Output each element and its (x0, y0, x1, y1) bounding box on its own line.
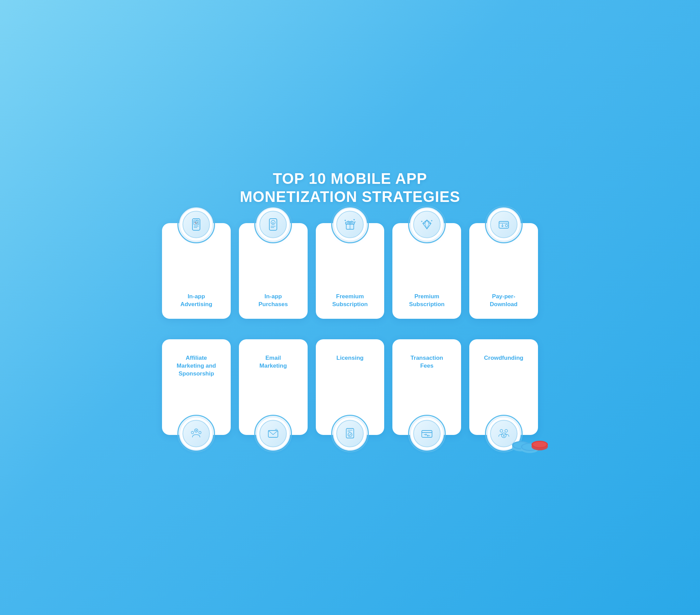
svg-point-61 (533, 442, 547, 447)
card-email-marketing: EmailMarketing (239, 339, 308, 435)
svg-point-42 (348, 432, 352, 437)
icon-circle-4 (410, 208, 444, 241)
title-section: TOP 10 MOBILE APP MONETIZATION STRATEGIE… (162, 170, 538, 206)
svg-text:$: $ (503, 434, 504, 437)
svg-point-59 (532, 443, 548, 450)
card-affiliate-marketing: AffiliateMarketing andSponsorship (162, 339, 231, 435)
card-label-9: TransactionFees (411, 354, 443, 370)
affiliate-icon (189, 426, 203, 441)
svg-point-32 (199, 431, 201, 434)
crowdfunding-icon: $ (497, 426, 511, 441)
card-crowdfunding: Crowdfunding $ (469, 339, 538, 435)
bottom-cards-grid: AffiliateMarketing andSponsorship (162, 339, 538, 435)
diamond-icon (420, 217, 434, 231)
card-in-app-purchases: $ In-appPurchases (239, 223, 308, 319)
bottom-row-wrapper: AffiliateMarketing andSponsorship (162, 339, 538, 435)
gift-sparkle-icon (343, 217, 357, 231)
card-pay-per-download: Pay-per-Download (469, 223, 538, 319)
icon-circle-1: 📢 (179, 208, 213, 241)
page-container: TOP 10 MOBILE APP MONETIZATION STRATEGIE… (162, 170, 538, 445)
card-transaction-fees: TransactionFees (392, 339, 461, 435)
svg-point-58 (522, 444, 537, 450)
card-label-8: Licensing (336, 354, 363, 362)
svg-point-28 (505, 224, 508, 227)
card-label-10: Crowdfunding (484, 354, 523, 362)
card-label-7: EmailMarketing (260, 354, 287, 370)
icon-circle-9 (410, 416, 444, 451)
icon-inner-4 (413, 211, 440, 238)
svg-point-56 (521, 445, 539, 453)
title-line1: TOP 10 MOBILE APP (273, 170, 427, 187)
main-title: TOP 10 MOBILE APP MONETIZATION STRATEGIE… (162, 170, 538, 206)
icon-inner-3 (336, 211, 364, 238)
card-label-4: PremiumSubscription (409, 293, 445, 309)
svg-rect-45 (422, 430, 432, 437)
icon-inner-1: 📢 (183, 211, 210, 238)
icon-inner-5 (490, 211, 517, 238)
icon-circle-2: $ (256, 208, 290, 241)
icon-inner-10: $ (490, 420, 517, 447)
svg-rect-0 (192, 219, 200, 230)
card-label-3: FreemiumSubscription (332, 293, 368, 309)
icon-inner-7 (260, 420, 287, 447)
wallet-download-icon (497, 217, 511, 231)
icon-inner-6 (183, 420, 210, 447)
transaction-icon (420, 426, 434, 441)
card-label-1: In-appAdvertising (180, 293, 213, 309)
icon-circle-3 (333, 208, 367, 241)
icon-circle-10: $ (487, 416, 521, 451)
svg-marker-20 (423, 220, 431, 229)
icon-circle-6 (179, 416, 213, 451)
svg-rect-27 (499, 222, 509, 228)
icon-circle-8 (333, 416, 367, 451)
icon-circle-5 (487, 208, 521, 241)
icon-inner-9 (413, 420, 440, 447)
svg-point-57 (521, 443, 539, 451)
card-label-6: AffiliateMarketing andSponsorship (177, 354, 216, 378)
phone-dollar-icon: $ (266, 217, 280, 231)
card-freemium-subscription: FreemiumSubscription (316, 223, 385, 319)
card-label-5: Pay-per-Download (490, 293, 517, 309)
svg-point-31 (191, 431, 194, 434)
card-in-app-advertising: 📢 In-appAdvertising (162, 223, 231, 319)
svg-point-49 (500, 429, 503, 432)
email-marketing-icon (266, 426, 280, 441)
svg-line-37 (275, 429, 276, 430)
card-premium-subscription: PremiumSubscription (392, 223, 461, 319)
top-cards-grid: 📢 In-appAdvertising (162, 223, 538, 319)
icon-inner-8 (336, 420, 364, 447)
icon-circle-7 (256, 416, 290, 451)
svg-point-60 (532, 441, 548, 448)
svg-text:$: $ (272, 221, 274, 224)
svg-point-50 (505, 429, 508, 432)
card-licensing: Licensing (316, 339, 385, 435)
svg-line-40 (277, 429, 277, 430)
phone-ad-icon: 📢 (189, 217, 203, 231)
title-line2: MONETIZATION STRATEGIES (240, 188, 460, 205)
icon-inner-2: $ (260, 211, 287, 238)
top-row-wrapper: 📢 In-appAdvertising (162, 223, 538, 319)
license-icon (343, 426, 357, 441)
card-label-2: In-appPurchases (259, 293, 288, 309)
